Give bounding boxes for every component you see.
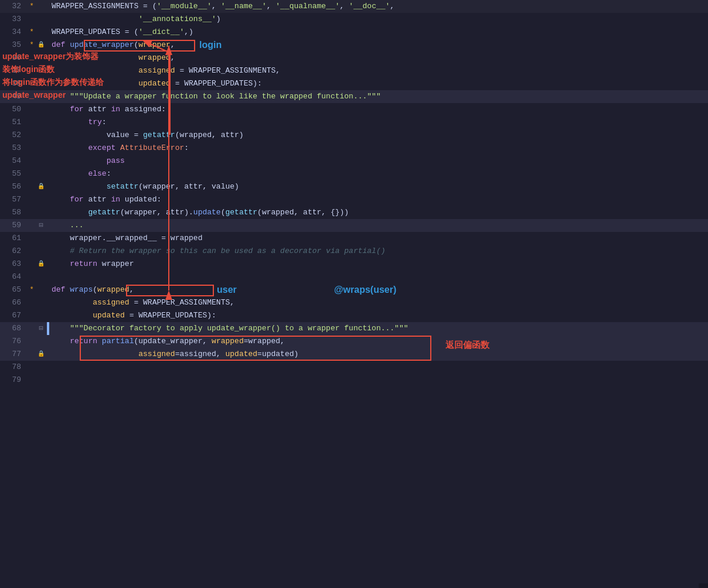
line-number: 64	[0, 271, 28, 283]
line-content: return partial(update_wrapper, wrapped=w…	[47, 335, 708, 348]
line-content: value = getattr(wrapped, attr)	[47, 129, 708, 142]
code-line: 51 try:	[0, 116, 708, 129]
code-line: 68⊟ """Decorator factory to apply update…	[0, 322, 708, 335]
line-number: 61	[0, 232, 28, 245]
line-number: 37	[0, 64, 28, 77]
line-content: updated = WRAPPER_UPDATES):	[47, 309, 708, 322]
code-line: 33 '__annotations__')	[0, 13, 708, 26]
line-number: 79	[0, 374, 28, 387]
line-number: 34	[0, 26, 28, 39]
line-number: 68	[0, 322, 28, 335]
line-number: 35	[0, 39, 28, 52]
line-number: 55	[0, 167, 28, 180]
line-number: 76	[0, 335, 28, 348]
code-line: 52 value = getattr(wrapped, attr)	[0, 129, 708, 142]
line-content: assigned = WRAPPER_ASSIGNMENTS,	[47, 64, 708, 77]
code-line: 61 wrapper.__wrapped__ = wrapped	[0, 232, 708, 245]
line-number: 77	[0, 348, 28, 361]
line-gutter: ⊟	[35, 322, 47, 335]
code-line: 55 else:	[0, 167, 708, 180]
code-line: 57 for attr in updated:	[0, 193, 708, 206]
code-line: 50 for attr in assigned:	[0, 103, 708, 116]
code-line: 76 return partial(update_wrapper, wrappe…	[0, 335, 708, 348]
line-marker: *	[28, 26, 35, 39]
line-content: return wrapper	[47, 258, 708, 271]
code-line: 59⊟ ...	[0, 219, 708, 232]
line-number: 66	[0, 296, 28, 309]
line-content: getattr(wrapper, attr).update(getattr(wr…	[47, 206, 708, 219]
line-content: for attr in assigned:	[47, 103, 708, 116]
line-content: try:	[47, 116, 708, 129]
line-content: except AttributeError:	[47, 142, 708, 155]
code-line: 36 wrapped,	[0, 52, 708, 64]
line-marker: *	[28, 39, 35, 52]
code-line: 65*def wraps(wrapped,	[0, 283, 708, 296]
line-content	[47, 374, 708, 387]
line-gutter: 🔒	[35, 180, 47, 193]
line-number: 50	[0, 103, 28, 116]
code-line: 35*🔒def update_wrapper(wrapper,	[0, 39, 708, 52]
line-number: 56	[0, 180, 28, 193]
code-line: 63🔒 return wrapper	[0, 258, 708, 271]
line-content: ...	[47, 219, 708, 232]
code-line: 49 """Update a wrapper function to look …	[0, 90, 708, 103]
line-number: 63	[0, 258, 28, 271]
line-content: # Return the wrapper so this can be used…	[47, 245, 708, 258]
line-content: wrapper.__wrapped__ = wrapped	[47, 232, 708, 245]
line-marker: *	[28, 283, 35, 296]
line-content: def update_wrapper(wrapper,	[47, 39, 708, 52]
code-line: 58 getattr(wrapper, attr).update(getattr…	[0, 206, 708, 219]
code-line: 34*WRAPPER_UPDATES = ('__dict__',)	[0, 26, 708, 39]
line-content: assigned=assigned, updated=updated)	[47, 348, 708, 361]
code-line: 37 assigned = WRAPPER_ASSIGNMENTS,	[0, 64, 708, 77]
line-number: 78	[0, 361, 28, 374]
line-content: """Update a wrapper function to look lik…	[47, 90, 708, 103]
line-number: 65	[0, 283, 28, 296]
line-content: updated = WRAPPER_UPDATES):	[47, 77, 708, 90]
line-number: 32	[0, 0, 28, 13]
code-line: 38 updated = WRAPPER_UPDATES):	[0, 77, 708, 90]
line-content	[47, 361, 708, 374]
code-editor: 32*WRAPPER_ASSIGNMENTS = ('__module__', …	[0, 0, 708, 588]
line-number: 62	[0, 245, 28, 258]
watermark	[699, 583, 708, 588]
line-marker: *	[28, 0, 35, 13]
line-content: setattr(wrapper, attr, value)	[47, 180, 708, 193]
line-content: else:	[47, 167, 708, 180]
line-gutter: ⊟	[35, 219, 47, 232]
code-line: 78	[0, 361, 708, 374]
code-line: 66 assigned = WRAPPER_ASSIGNMENTS,	[0, 296, 708, 309]
line-number: 33	[0, 13, 28, 26]
line-number: 54	[0, 155, 28, 167]
line-number: 67	[0, 309, 28, 322]
code-line: 79	[0, 374, 708, 387]
line-number: 57	[0, 193, 28, 206]
line-gutter: 🔒	[35, 348, 47, 361]
code-area: 32*WRAPPER_ASSIGNMENTS = ('__module__', …	[0, 0, 708, 387]
line-number: 59	[0, 219, 28, 232]
line-content: """Decorator factory to apply update_wra…	[47, 322, 708, 335]
line-content: assigned = WRAPPER_ASSIGNMENTS,	[47, 296, 708, 309]
line-number: 38	[0, 77, 28, 90]
line-content: for attr in updated:	[47, 193, 708, 206]
line-gutter: 🔒	[35, 258, 47, 271]
line-number: 36	[0, 52, 28, 64]
line-number: 51	[0, 116, 28, 129]
code-line: 64	[0, 271, 708, 283]
line-number: 52	[0, 129, 28, 142]
line-content: def wraps(wrapped,	[47, 283, 708, 296]
code-line: 53 except AttributeError:	[0, 142, 708, 155]
line-content: '__annotations__')	[47, 13, 708, 26]
line-number: 58	[0, 206, 28, 219]
code-line: 62 # Return the wrapper so this can be u…	[0, 245, 708, 258]
code-line: 56🔒 setattr(wrapper, attr, value)	[0, 180, 708, 193]
code-line: 32*WRAPPER_ASSIGNMENTS = ('__module__', …	[0, 0, 708, 13]
line-number: 53	[0, 142, 28, 155]
line-content: WRAPPER_UPDATES = ('__dict__',)	[47, 26, 708, 39]
line-gutter: 🔒	[35, 39, 47, 52]
code-line: 54 pass	[0, 155, 708, 167]
line-content: WRAPPER_ASSIGNMENTS = ('__module__', '__…	[47, 0, 708, 13]
code-line: 77🔒 assigned=assigned, updated=updated)	[0, 348, 708, 361]
line-content: pass	[47, 155, 708, 167]
code-line: 67 updated = WRAPPER_UPDATES):	[0, 309, 708, 322]
